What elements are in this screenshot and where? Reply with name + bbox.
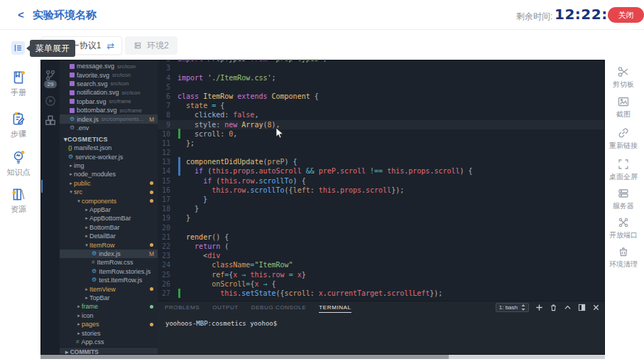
code-line-14[interactable]: 14 if (this.props.autoScroll && preP.scr… xyxy=(158,166,605,176)
ports-icon xyxy=(605,216,642,229)
tree-item[interactable]: ⚙ ItemRow.stories.js xyxy=(60,267,158,276)
open-editor-item[interactable]: bottombar.svg src/frame xyxy=(60,106,158,114)
tree-item[interactable]: ▸ BottomBar xyxy=(60,223,158,232)
tree-item[interactable]: {} manifest.json xyxy=(60,144,158,152)
right-rail-item-4[interactable]: 桌面全屏 xyxy=(605,158,642,182)
right-rail-item-1[interactable]: 剪切板 xyxy=(605,65,642,90)
code-line-26[interactable]: 26 onScroll={x ⇒ { xyxy=(158,279,605,289)
menu-expand-button[interactable] xyxy=(11,41,25,55)
split-terminal-icon[interactable] xyxy=(578,304,586,311)
close-panel-icon[interactable] xyxy=(592,304,600,311)
tree-item[interactable]: ▸ AppBar xyxy=(60,205,158,214)
left-rail-item-4[interactable]: 资源 xyxy=(0,186,37,215)
code-line-24[interactable]: 24 className="ItemRow" xyxy=(158,260,605,269)
kill-terminal-icon[interactable] xyxy=(550,304,557,311)
left-rail-item-3[interactable]: 知识点 xyxy=(0,149,37,178)
tree-item[interactable]: ▸ stories xyxy=(60,328,158,337)
code-line-10[interactable]: 10 scroll: 0, xyxy=(158,129,605,139)
tree-item[interactable]: ▸ icon xyxy=(60,311,158,320)
twisty-icon: ▸ xyxy=(76,331,82,336)
tree-item[interactable]: ▸ pages xyxy=(60,320,158,328)
tree-item[interactable]: ▸ public xyxy=(60,179,158,188)
tree-item[interactable]: ▸ TopBar xyxy=(60,294,158,302)
open-editor-item[interactable]: message.svg src/icon xyxy=(60,62,158,70)
right-rail-item-6[interactable]: 开放端口 xyxy=(605,216,642,240)
terminal-prompt[interactable]: yoohoos-MBP:cosmetics yoohoo$ xyxy=(165,320,277,327)
terminal-tab-debug-console[interactable]: DEBUG CONSOLE xyxy=(251,304,307,313)
code-line-9[interactable]: 9 style: new Array(8), xyxy=(158,120,605,129)
select-arrows-icon xyxy=(521,304,525,311)
left-rail-item-2[interactable]: 步骤 xyxy=(0,111,37,139)
code-line-23[interactable]: 23 <div xyxy=(158,251,605,260)
git-status-dot xyxy=(150,199,153,203)
back-chevron-icon[interactable]: < xyxy=(18,9,24,21)
code-line-8[interactable]: 8 clicked: false, xyxy=(158,110,605,119)
left-rail-item-1[interactable]: 手册 xyxy=(0,70,37,98)
open-editor-item[interactable]: ⚙.env xyxy=(60,124,158,132)
tree-item[interactable]: ▸ img xyxy=(60,161,158,170)
debug-icon[interactable] xyxy=(44,95,57,107)
tree-item[interactable]: # App.css xyxy=(60,338,158,346)
code-line-27[interactable]: 27 this.setState({scroll: x.currentTarge… xyxy=(158,289,605,298)
tree-item[interactable]: ▾ ItemRow xyxy=(60,240,158,249)
tree-item[interactable]: ▸ frame xyxy=(60,302,158,311)
tree-item[interactable]: ▸ ItemView xyxy=(60,284,158,293)
explorer-root-folder[interactable]: ▾COSMETICS xyxy=(60,134,158,144)
code-line-16[interactable]: 16 this.row.scrollTo({left: this.props.s… xyxy=(158,186,605,195)
tree-item[interactable]: ▸ DetailBar xyxy=(60,232,158,240)
code-line-12[interactable]: 12 xyxy=(158,148,605,157)
code-line-11[interactable]: 11 }; xyxy=(158,139,605,148)
tab2-label: 环境2 xyxy=(147,40,169,52)
extensions-icon[interactable] xyxy=(44,114,57,127)
tab-environment-2[interactable]: 环境2 xyxy=(125,36,178,55)
tree-item[interactable]: ⚙ test.ItemRow.js xyxy=(60,276,158,284)
commits-section[interactable]: ▸ COMMITS xyxy=(60,347,158,355)
maximize-panel-icon[interactable] xyxy=(564,304,572,311)
terminal-tab-terminal[interactable]: TERMINAL xyxy=(319,304,351,313)
code-line-4[interactable]: 4import './ItemRow.css'; xyxy=(158,73,605,82)
right-rail-item-2[interactable]: 截图 xyxy=(605,95,642,119)
code-line-3[interactable]: 3 xyxy=(158,63,605,73)
horizontal-scrollbar[interactable] xyxy=(40,355,605,359)
code-line-13[interactable]: 13 componentDidUpdate(preP) { xyxy=(158,157,605,166)
code-line-6[interactable]: 6class ItemRow extends Component { xyxy=(158,92,605,101)
tree-item[interactable]: ⚙ service-worker.js xyxy=(60,153,158,161)
open-editor-item[interactable]: topbar.svg src/frame xyxy=(60,97,158,106)
right-rail-item-3[interactable]: 重新链接 xyxy=(605,127,642,151)
scrollbar-thumb[interactable] xyxy=(40,355,449,359)
code-line-25[interactable]: 25 ref={x ⇒ this.row = x} xyxy=(158,270,605,279)
code-line-21[interactable]: 21 render() { xyxy=(158,232,605,242)
code-line-5[interactable]: 5 xyxy=(158,82,605,92)
tree-item[interactable]: ⚙ index.js M xyxy=(60,250,158,258)
code-line-17[interactable]: 17 } xyxy=(158,195,605,204)
tree-item[interactable]: ▸ node_modules xyxy=(60,170,158,178)
tree-item[interactable]: ▸ AppBottomBar xyxy=(60,214,158,223)
open-editor-item[interactable]: notification.svg src/icon xyxy=(60,88,158,97)
open-editor-item[interactable]: favorite.svg src/icon xyxy=(60,70,158,79)
code-line-20[interactable]: 20 xyxy=(158,223,605,232)
resources-icon xyxy=(0,186,37,202)
tree-item[interactable]: ▾ src xyxy=(60,188,158,196)
cleanup-icon xyxy=(605,245,642,258)
git-status-dot xyxy=(150,181,153,185)
right-rail-item-7[interactable]: 环境清理 xyxy=(605,245,642,269)
open-editor-item[interactable]: search.svg src/icon xyxy=(60,80,158,88)
twisty-icon: ▸ xyxy=(76,313,82,318)
code-line-18[interactable]: 18 } xyxy=(158,204,605,213)
terminal-tab-output[interactable]: OUTPUT xyxy=(212,304,239,313)
close-environment-button[interactable]: 关闭环境 xyxy=(608,7,644,23)
terminal-tab-problems[interactable]: PROBLEMS xyxy=(165,304,200,313)
new-terminal-icon[interactable] xyxy=(535,304,543,311)
code-line-19[interactable]: 19 } xyxy=(158,213,605,223)
terminal-shell-select[interactable]: 1: bash xyxy=(496,303,529,312)
vscode-editor[interactable]: 1import React, { Component } from 'react… xyxy=(158,60,605,301)
code-line-22[interactable]: 22 return ( xyxy=(158,242,605,251)
tree-item[interactable]: # ItemRow.css xyxy=(60,258,158,267)
right-rail-label: 剪切板 xyxy=(605,80,642,90)
code-line-7[interactable]: 7 state = { xyxy=(158,101,605,110)
tree-item[interactable]: ▾ components xyxy=(60,196,158,205)
open-editor-item[interactable]: ⚙index.js src/components… M xyxy=(60,114,158,123)
right-rail-item-5[interactable]: 服务器 xyxy=(605,187,642,211)
swap-protocol-icon[interactable]: ⇄ xyxy=(107,41,114,50)
code-line-15[interactable]: 15 if (this.row.scrollTo) { xyxy=(158,176,605,186)
